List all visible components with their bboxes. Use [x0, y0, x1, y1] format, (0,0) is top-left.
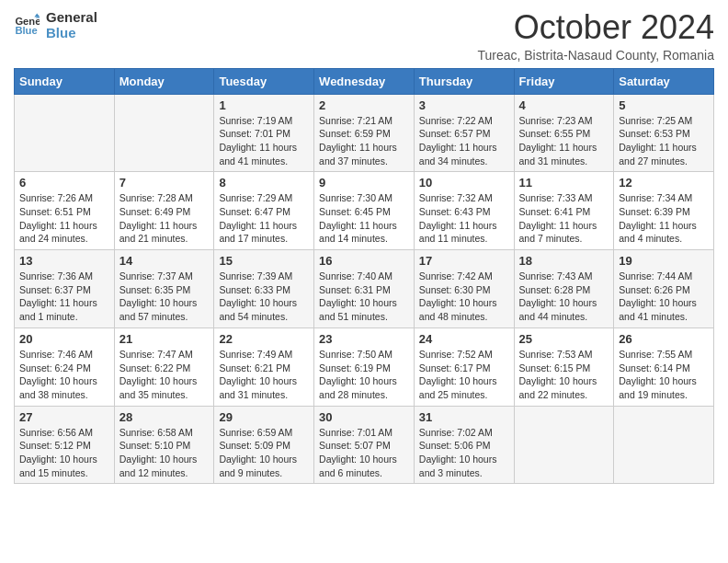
day-detail: Sunrise: 7:40 AMSunset: 6:31 PMDaylight:… [319, 270, 409, 324]
day-number: 10 [419, 176, 509, 190]
calendar-cell: 11Sunrise: 7:33 AMSunset: 6:41 PMDayligh… [514, 172, 614, 250]
title-section: October 2024 Tureac, Bistrita-Nasaud Cou… [477, 9, 714, 63]
svg-text:Blue: Blue [15, 25, 37, 36]
day-number: 29 [219, 410, 309, 424]
calendar-table: SundayMondayTuesdayWednesdayThursdayFrid… [14, 68, 714, 485]
day-detail: Sunrise: 6:58 AMSunset: 5:10 PMDaylight:… [119, 426, 210, 480]
day-number: 25 [519, 332, 609, 346]
calendar-cell: 25Sunrise: 7:53 AMSunset: 6:15 PMDayligh… [514, 327, 614, 406]
day-number: 3 [419, 98, 509, 112]
logo-text-general: General [46, 9, 97, 25]
day-detail: Sunrise: 7:23 AMSunset: 6:55 PMDaylight:… [519, 114, 609, 168]
calendar-cell: 29Sunrise: 6:59 AMSunset: 5:09 PMDayligh… [214, 406, 314, 484]
day-number: 27 [19, 410, 109, 424]
day-detail: Sunrise: 7:52 AMSunset: 6:17 PMDaylight:… [419, 348, 509, 402]
day-number: 26 [619, 332, 709, 346]
day-number: 17 [419, 254, 509, 268]
day-number: 19 [619, 254, 709, 268]
day-detail: Sunrise: 7:55 AMSunset: 6:14 PMDaylight:… [619, 348, 709, 402]
day-number: 14 [119, 254, 210, 268]
calendar-cell: 4Sunrise: 7:23 AMSunset: 6:55 PMDaylight… [514, 94, 614, 172]
day-detail: Sunrise: 7:46 AMSunset: 6:24 PMDaylight:… [19, 348, 109, 402]
day-detail: Sunrise: 7:26 AMSunset: 6:51 PMDaylight:… [19, 191, 109, 246]
calendar-cell: 7Sunrise: 7:28 AMSunset: 6:49 PMDaylight… [114, 172, 214, 250]
day-detail: Sunrise: 7:49 AMSunset: 6:21 PMDaylight:… [219, 348, 309, 402]
calendar-cell: 31Sunrise: 7:02 AMSunset: 5:06 PMDayligh… [414, 406, 514, 484]
calendar-cell: 26Sunrise: 7:55 AMSunset: 6:14 PMDayligh… [614, 327, 714, 406]
calendar-cell: 21Sunrise: 7:47 AMSunset: 6:22 PMDayligh… [114, 327, 214, 406]
day-number: 6 [19, 176, 109, 190]
day-detail: Sunrise: 7:22 AMSunset: 6:57 PMDaylight:… [419, 114, 509, 168]
calendar-cell: 2Sunrise: 7:21 AMSunset: 6:59 PMDaylight… [314, 94, 415, 172]
weekday-header: Tuesday [214, 68, 314, 94]
weekday-header: Thursday [414, 68, 514, 94]
calendar-cell: 5Sunrise: 7:25 AMSunset: 6:53 PMDaylight… [614, 94, 714, 172]
day-number: 7 [119, 176, 210, 190]
calendar-cell [514, 406, 614, 484]
day-detail: Sunrise: 7:02 AMSunset: 5:06 PMDaylight:… [419, 426, 509, 480]
day-number: 24 [419, 332, 509, 346]
day-detail: Sunrise: 7:50 AMSunset: 6:19 PMDaylight:… [319, 348, 409, 402]
calendar-cell [15, 94, 115, 172]
calendar-cell: 3Sunrise: 7:22 AMSunset: 6:57 PMDaylight… [414, 94, 514, 172]
day-number: 28 [119, 410, 210, 424]
weekday-header-row: SundayMondayTuesdayWednesdayThursdayFrid… [15, 68, 714, 94]
calendar-week-row: 1Sunrise: 7:19 AMSunset: 7:01 PMDaylight… [15, 94, 714, 172]
weekday-header: Saturday [614, 68, 714, 94]
calendar-cell: 16Sunrise: 7:40 AMSunset: 6:31 PMDayligh… [314, 250, 415, 328]
day-number: 1 [219, 98, 309, 112]
day-number: 11 [519, 176, 609, 190]
calendar-cell: 19Sunrise: 7:44 AMSunset: 6:26 PMDayligh… [614, 250, 714, 328]
logo-icon: General Blue [14, 12, 40, 38]
day-number: 22 [219, 332, 309, 346]
day-detail: Sunrise: 7:43 AMSunset: 6:28 PMDaylight:… [519, 270, 609, 324]
day-detail: Sunrise: 7:25 AMSunset: 6:53 PMDaylight:… [619, 114, 709, 168]
month-title: October 2024 [477, 9, 714, 46]
day-detail: Sunrise: 7:36 AMSunset: 6:37 PMDaylight:… [19, 270, 109, 324]
day-detail: Sunrise: 7:34 AMSunset: 6:39 PMDaylight:… [619, 191, 709, 246]
day-detail: Sunrise: 7:33 AMSunset: 6:41 PMDaylight:… [519, 191, 609, 246]
day-number: 12 [619, 176, 709, 190]
day-detail: Sunrise: 7:28 AMSunset: 6:49 PMDaylight:… [119, 191, 210, 246]
calendar-cell: 13Sunrise: 7:36 AMSunset: 6:37 PMDayligh… [15, 250, 115, 328]
day-number: 21 [119, 332, 210, 346]
calendar-cell [114, 94, 214, 172]
calendar-cell: 18Sunrise: 7:43 AMSunset: 6:28 PMDayligh… [514, 250, 614, 328]
weekday-header: Wednesday [314, 68, 415, 94]
weekday-header: Friday [514, 68, 614, 94]
day-detail: Sunrise: 7:42 AMSunset: 6:30 PMDaylight:… [419, 270, 509, 324]
day-number: 23 [319, 332, 409, 346]
day-number: 2 [319, 98, 409, 112]
calendar-cell: 12Sunrise: 7:34 AMSunset: 6:39 PMDayligh… [614, 172, 714, 250]
calendar-week-row: 13Sunrise: 7:36 AMSunset: 6:37 PMDayligh… [15, 250, 714, 328]
calendar-cell: 20Sunrise: 7:46 AMSunset: 6:24 PMDayligh… [15, 327, 115, 406]
day-number: 5 [619, 98, 709, 112]
page-header: General Blue General Blue October 2024 T… [14, 9, 714, 63]
day-detail: Sunrise: 6:59 AMSunset: 5:09 PMDaylight:… [219, 426, 309, 480]
calendar-cell: 27Sunrise: 6:56 AMSunset: 5:12 PMDayligh… [15, 406, 115, 484]
calendar-cell: 30Sunrise: 7:01 AMSunset: 5:07 PMDayligh… [314, 406, 415, 484]
logo: General Blue General Blue [14, 9, 97, 40]
day-detail: Sunrise: 7:21 AMSunset: 6:59 PMDaylight:… [319, 114, 409, 168]
day-detail: Sunrise: 7:29 AMSunset: 6:47 PMDaylight:… [219, 191, 309, 246]
calendar-cell: 6Sunrise: 7:26 AMSunset: 6:51 PMDaylight… [15, 172, 115, 250]
day-number: 31 [419, 410, 509, 424]
calendar-cell: 28Sunrise: 6:58 AMSunset: 5:10 PMDayligh… [114, 406, 214, 484]
day-detail: Sunrise: 7:19 AMSunset: 7:01 PMDaylight:… [219, 114, 309, 168]
calendar-cell: 10Sunrise: 7:32 AMSunset: 6:43 PMDayligh… [414, 172, 514, 250]
day-number: 9 [319, 176, 409, 190]
day-detail: Sunrise: 7:53 AMSunset: 6:15 PMDaylight:… [519, 348, 609, 402]
calendar-week-row: 6Sunrise: 7:26 AMSunset: 6:51 PMDaylight… [15, 172, 714, 250]
day-detail: Sunrise: 7:30 AMSunset: 6:45 PMDaylight:… [319, 191, 409, 246]
day-detail: Sunrise: 7:32 AMSunset: 6:43 PMDaylight:… [419, 191, 509, 246]
day-detail: Sunrise: 7:47 AMSunset: 6:22 PMDaylight:… [119, 348, 210, 402]
calendar-cell: 23Sunrise: 7:50 AMSunset: 6:19 PMDayligh… [314, 327, 415, 406]
calendar-cell: 1Sunrise: 7:19 AMSunset: 7:01 PMDaylight… [214, 94, 314, 172]
day-number: 4 [519, 98, 609, 112]
weekday-header: Sunday [15, 68, 115, 94]
day-detail: Sunrise: 7:39 AMSunset: 6:33 PMDaylight:… [219, 270, 309, 324]
calendar-cell [614, 406, 714, 484]
day-number: 16 [319, 254, 409, 268]
calendar-week-row: 27Sunrise: 6:56 AMSunset: 5:12 PMDayligh… [15, 406, 714, 484]
calendar-cell: 15Sunrise: 7:39 AMSunset: 6:33 PMDayligh… [214, 250, 314, 328]
